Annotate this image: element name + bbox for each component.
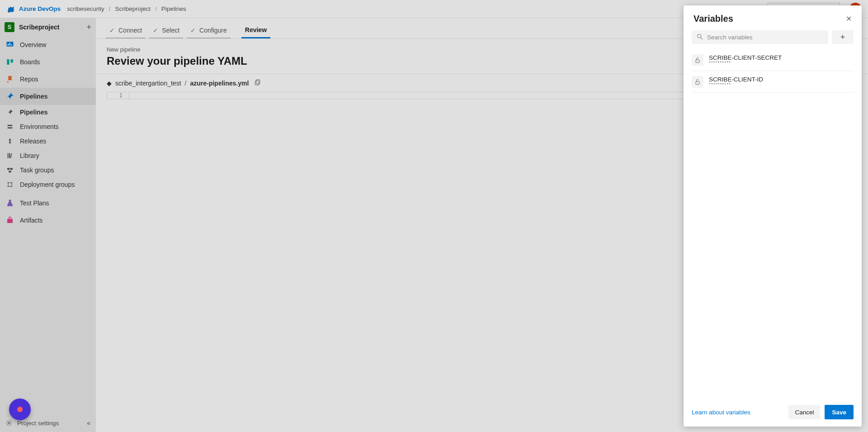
learn-about-variables-link[interactable]: Learn about variables bbox=[692, 409, 784, 416]
svg-rect-25 bbox=[696, 60, 699, 62]
add-project-icon[interactable]: + bbox=[86, 23, 91, 32]
variables-list: SCRIBE-CLIENT-SECRET ********** SCRIBE-C… bbox=[684, 49, 862, 93]
wizard-tab-connect[interactable]: ✓ Connect bbox=[106, 27, 146, 38]
sidebar-item-repos[interactable]: Repos bbox=[0, 71, 96, 88]
add-variable-button[interactable]: + bbox=[832, 30, 854, 44]
wizard-tab-select[interactable]: ✓ Select bbox=[149, 27, 183, 38]
sidebar-item-label: Test Plans bbox=[20, 199, 49, 207]
brand-link[interactable]: Azure DevOps bbox=[19, 5, 61, 12]
variable-row[interactable]: SCRIBE-CLIENT-SECRET ********** bbox=[692, 49, 854, 71]
collapse-sidebar-icon[interactable]: « bbox=[87, 419, 90, 427]
checkmark-icon: ✓ bbox=[190, 27, 196, 34]
svg-rect-11 bbox=[10, 153, 12, 158]
breadcrumb-separator: / bbox=[155, 5, 157, 12]
test-plans-icon bbox=[5, 199, 14, 208]
svg-point-20 bbox=[8, 422, 10, 424]
search-icon bbox=[696, 33, 703, 42]
svg-rect-12 bbox=[7, 168, 9, 170]
svg-rect-22 bbox=[255, 81, 259, 85]
pipelines-icon bbox=[5, 92, 14, 101]
lock-icon bbox=[692, 76, 703, 88]
task-groups-icon bbox=[5, 166, 14, 175]
panel-title: Variables bbox=[693, 14, 846, 24]
close-icon[interactable]: ✕ bbox=[846, 14, 852, 23]
variables-panel: Variables ✕ Search variables + SCRIBE-CL… bbox=[684, 5, 862, 427]
wizard-tab-label: Configure bbox=[199, 27, 227, 34]
variable-value-masked: ********** bbox=[709, 61, 782, 66]
breadcrumb-org[interactable]: scribesecurity bbox=[67, 5, 104, 12]
repo-name[interactable]: scribe_intergartion_test bbox=[115, 80, 181, 87]
variable-name: SCRIBE-CLIENT-ID bbox=[709, 76, 763, 83]
svg-line-24 bbox=[701, 38, 703, 39]
lock-icon bbox=[692, 54, 703, 66]
variables-search-input[interactable]: Search variables bbox=[692, 30, 828, 44]
pipelines-sub-icon bbox=[5, 108, 14, 117]
sidebar-sub-library[interactable]: Library bbox=[0, 148, 96, 163]
sidebar-sub-label: Task groups bbox=[20, 166, 54, 174]
artifacts-icon bbox=[5, 216, 14, 225]
repos-icon bbox=[5, 75, 14, 84]
project-settings-label: Project settings bbox=[17, 420, 59, 427]
svg-rect-3 bbox=[11, 44, 12, 45]
editor-line-number: 1 bbox=[107, 92, 129, 99]
overview-icon bbox=[5, 40, 14, 49]
wizard-tab-review[interactable]: Review bbox=[241, 26, 270, 38]
wizard-tab-configure[interactable]: ✓ Configure bbox=[187, 27, 231, 38]
sidebar-sub-deployment-groups[interactable]: Deployment groups bbox=[0, 177, 96, 192]
svg-rect-4 bbox=[7, 59, 9, 65]
library-icon bbox=[5, 151, 14, 160]
variable-value-masked: ********** bbox=[709, 83, 763, 87]
svg-point-6 bbox=[7, 81, 9, 83]
checkmark-icon: ✓ bbox=[153, 27, 158, 34]
svg-rect-9 bbox=[8, 153, 9, 158]
wizard-tab-label: Review bbox=[245, 26, 267, 33]
variable-row[interactable]: SCRIBE-CLIENT-ID ********** bbox=[692, 71, 854, 93]
deployment-groups-icon bbox=[5, 180, 14, 189]
sidebar-item-label: Pipelines bbox=[20, 93, 47, 100]
screen-record-indicator[interactable] bbox=[9, 399, 31, 420]
checkmark-icon: ✓ bbox=[109, 27, 115, 34]
sidebar-sub-label: Deployment groups bbox=[20, 181, 75, 188]
file-name[interactable]: azure-pipelines.yml bbox=[190, 80, 249, 87]
project-selector[interactable]: S Scribeproject + bbox=[0, 18, 96, 36]
breadcrumb-project[interactable]: Scribeproject bbox=[115, 5, 151, 12]
sidebar-item-artifacts[interactable]: Artifacts bbox=[0, 212, 96, 229]
gear-icon bbox=[5, 419, 13, 427]
breadcrumb-section[interactable]: Pipelines bbox=[161, 5, 186, 12]
sidebar-sub-pipelines[interactable]: Pipelines bbox=[0, 105, 96, 119]
svg-rect-2 bbox=[9, 43, 10, 46]
path-separator: / bbox=[185, 80, 187, 87]
svg-rect-7 bbox=[8, 125, 13, 126]
svg-rect-10 bbox=[9, 153, 10, 158]
sidebar-sub-label: Releases bbox=[20, 138, 46, 145]
wizard-tab-label: Select bbox=[162, 27, 179, 34]
record-dot-icon bbox=[17, 407, 23, 412]
copy-icon[interactable] bbox=[254, 79, 261, 87]
releases-icon bbox=[5, 137, 14, 146]
variable-name: SCRIBE-CLIENT-SECRET bbox=[709, 54, 782, 61]
sidebar-item-label: Repos bbox=[20, 76, 38, 83]
svg-rect-26 bbox=[696, 81, 699, 84]
sidebar-sub-label: Environments bbox=[20, 123, 59, 130]
sidebar-sub-releases[interactable]: Releases bbox=[0, 134, 96, 148]
svg-point-23 bbox=[698, 34, 701, 38]
cancel-button[interactable]: Cancel bbox=[788, 405, 820, 419]
project-badge: S bbox=[5, 22, 14, 32]
sidebar-item-label: Boards bbox=[20, 58, 40, 66]
sidebar-item-test-plans[interactable]: Test Plans bbox=[0, 195, 96, 212]
breadcrumb-separator: / bbox=[109, 5, 111, 12]
sidebar-item-label: Overview bbox=[20, 41, 46, 48]
sidebar-sub-task-groups[interactable]: Task groups bbox=[0, 163, 96, 177]
sidebar-sub-label: Pipelines bbox=[20, 109, 47, 116]
sidebar-sub-environments[interactable]: Environments bbox=[0, 119, 96, 134]
sidebar-item-pipelines[interactable]: Pipelines bbox=[0, 88, 96, 105]
save-button[interactable]: Save bbox=[825, 405, 854, 419]
boards-icon bbox=[5, 57, 14, 66]
svg-rect-1 bbox=[8, 44, 9, 46]
sidebar: S Scribeproject + Overview Boards bbox=[0, 18, 96, 432]
sidebar-item-overview[interactable]: Overview bbox=[0, 36, 96, 53]
sidebar-item-boards[interactable]: Boards bbox=[0, 53, 96, 71]
repo-diamond-icon: ◆ bbox=[107, 80, 112, 87]
search-placeholder: Search variables bbox=[707, 34, 753, 41]
wizard-tab-label: Connect bbox=[118, 27, 142, 34]
